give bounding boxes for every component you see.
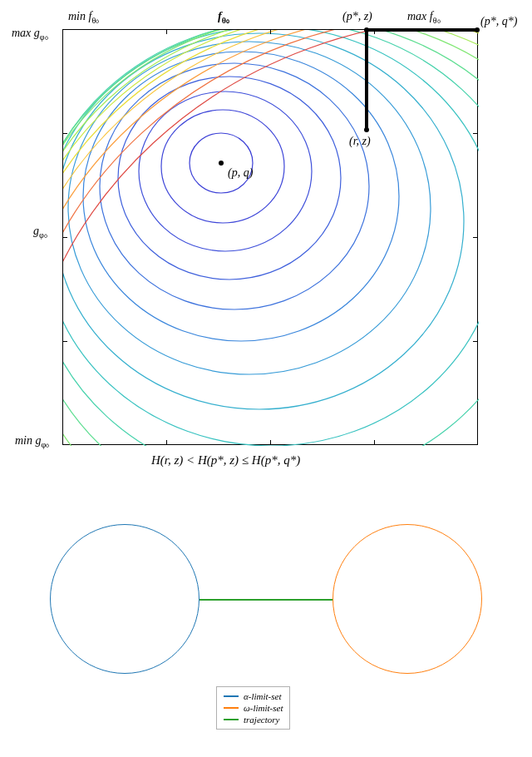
label-pstar-qstar: (p*, q*) xyxy=(480,15,517,28)
tick-right xyxy=(473,341,477,342)
svg-point-13 xyxy=(63,30,479,446)
label-pq: (p, q) xyxy=(228,166,253,180)
swatch-alpha xyxy=(224,695,239,697)
tick-top xyxy=(270,30,271,34)
tick-left xyxy=(63,133,67,134)
svg-point-1 xyxy=(161,110,284,223)
tick-right xyxy=(473,237,477,238)
omega-limit-circle xyxy=(332,524,482,674)
point-pq xyxy=(219,161,224,166)
label-g-axis: gφ₀ xyxy=(33,225,47,240)
contour-figure: min fθ₀ fθ₀ (p*, z) max fθ₀ (p*, q*) max… xyxy=(0,0,532,474)
legend-traj-text: trajectory xyxy=(244,714,279,725)
tick-right xyxy=(473,133,477,134)
tick-bottom xyxy=(270,440,271,444)
trajectory-line xyxy=(200,599,332,601)
label-max-f: max fθ₀ xyxy=(407,10,441,25)
line-horizontal xyxy=(367,28,479,32)
label-max-g: max gφ₀ xyxy=(12,27,48,42)
alpha-limit-circle xyxy=(50,524,200,674)
line-vertical xyxy=(365,30,368,130)
label-min-f: min fθ₀ xyxy=(68,10,99,25)
label-min-g: min gφ₀ xyxy=(15,434,49,449)
tick-bottom xyxy=(166,440,167,444)
legend: α-limit-set ω-limit-set trajectory xyxy=(216,686,290,730)
svg-point-5 xyxy=(83,52,399,341)
label-f-axis: fθ₀ xyxy=(218,10,229,25)
limit-sets-figure: α-limit-set ω-limit-set trajectory xyxy=(42,516,490,740)
label-pstar-z: (p*, z) xyxy=(342,10,372,23)
tick-bottom xyxy=(374,440,375,444)
contour-svg xyxy=(63,30,479,446)
swatch-traj xyxy=(224,719,239,720)
legend-traj: trajectory xyxy=(224,714,283,725)
swatch-omega xyxy=(224,707,239,709)
legend-omega-text: ω-limit-set xyxy=(244,702,283,714)
legend-alpha: α-limit-set xyxy=(224,690,283,702)
legend-alpha-text: α-limit-set xyxy=(244,690,282,702)
plot-box: (p, q) (r, z) xyxy=(62,29,478,445)
label-rz: (r, z) xyxy=(349,135,371,148)
tick-left xyxy=(63,237,67,238)
tick-left xyxy=(63,341,67,342)
tick-top xyxy=(166,30,167,34)
legend-omega: ω-limit-set xyxy=(224,702,283,714)
caption-inequality: H(r, z) < H(p*, z) ≤ H(p*, q*) xyxy=(151,453,300,468)
svg-point-7 xyxy=(63,33,464,409)
svg-point-2 xyxy=(139,92,312,251)
